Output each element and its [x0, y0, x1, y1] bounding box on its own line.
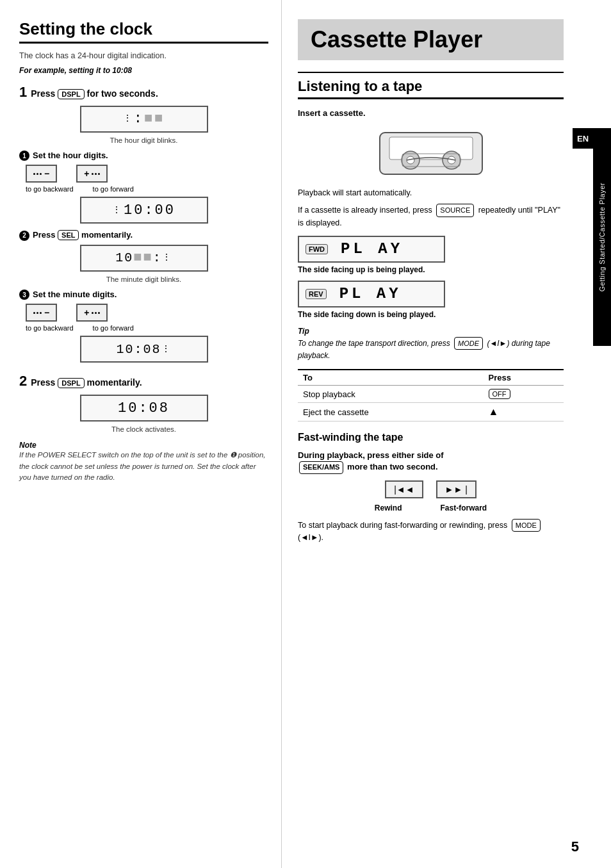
- display-box-3: 10■■:⋮: [80, 245, 208, 272]
- dots-plus: [92, 173, 100, 175]
- insert-label: Insert a cassette.: [298, 108, 564, 118]
- section-divider: [298, 72, 564, 73]
- playback-auto: Playback will start automatically.: [298, 187, 564, 199]
- display-box-4: 10:08⋮: [80, 336, 208, 363]
- rewind-button[interactable]: |◄◄: [385, 480, 423, 498]
- note-title: Note: [19, 441, 268, 450]
- fw-instr1: During playback, press either side of: [298, 450, 444, 460]
- section-title-clock: Setting the clock: [19, 19, 268, 44]
- en-label: EN: [577, 134, 589, 143]
- rewind-icon: |◄◄: [394, 484, 414, 495]
- step1-header: 1 Press DSPL for two seconds.: [19, 84, 268, 101]
- display-2-text: ⋮10:00: [112, 202, 175, 218]
- sub-step-3-header: 3 Set the minute digits.: [19, 290, 268, 300]
- display-3-text: 10■■:⋮: [115, 250, 172, 266]
- plus-sign: +: [84, 168, 89, 179]
- section-title-tape: Listening to a tape: [298, 78, 564, 99]
- sub3-label: Set the minute digits.: [33, 290, 117, 299]
- source-instruction: If a cassette is already inserted, press…: [298, 204, 564, 229]
- sub2-label: Press SEL momentarily.: [33, 230, 133, 240]
- minus-button-3[interactable]: −: [26, 304, 57, 322]
- tip-title: Tip: [298, 327, 309, 336]
- step2-number: 2: [19, 373, 27, 389]
- table-btn-pill[interactable]: OFF: [489, 389, 510, 399]
- table-button: ▲: [484, 403, 564, 422]
- sub2-label2: momentarily.: [81, 230, 133, 240]
- display-5-text: 10:08: [118, 400, 170, 416]
- tip-text: To change the tape transport direction, …: [298, 339, 450, 348]
- dspl-button-step1[interactable]: DSPL: [58, 89, 84, 99]
- rev-badge: REV: [306, 289, 327, 299]
- fastforward-button[interactable]: ►► |: [436, 480, 477, 498]
- step1-label2: for two seconds.: [87, 88, 158, 99]
- backward-label: to go backward: [26, 185, 74, 193]
- fast-wind-title: Fast-winding the tape: [298, 432, 564, 443]
- button-labels-3: to go backward to go forward: [26, 324, 268, 332]
- clock-example: For example, setting it to 10:08: [19, 66, 268, 75]
- restart-text1: To start playback during fast-forwarding…: [298, 521, 507, 530]
- step2-label2: momentarily.: [87, 377, 142, 388]
- play-text-rev: PL AY: [339, 285, 402, 302]
- sel-button[interactable]: SEL: [58, 230, 79, 240]
- cassette-player-header: Cassette Player: [298, 19, 564, 60]
- step1-number: 1: [19, 84, 27, 101]
- dots-minus: [33, 173, 42, 175]
- seek-ams-button[interactable]: SEEK/AMS: [299, 461, 343, 473]
- sub-step-2: 2 Press SEL momentarily. 10■■:⋮ The minu…: [19, 230, 268, 283]
- wind-labels: Rewind Fast-forward: [298, 504, 564, 512]
- play-display-fwd: FWD PL AY: [298, 236, 445, 263]
- side-tab-text: Getting Started/Cassette Player: [598, 183, 606, 291]
- note-section: Note If the POWER SELECT switch on the t…: [19, 441, 268, 483]
- fw-instr2: more than two second.: [347, 462, 438, 471]
- clock-subtitle: The clock has a 24-hour digital indicati…: [19, 50, 268, 62]
- cassette-svg: [367, 123, 495, 181]
- table-col2: Press: [484, 370, 564, 386]
- minus-sign: −: [44, 168, 49, 179]
- display-box-5: 10:08: [80, 395, 208, 422]
- table-header: To Press: [298, 370, 564, 386]
- table-col1: To: [298, 370, 484, 386]
- table-action: Eject the cassette: [298, 403, 484, 422]
- button-row-1: − +: [26, 165, 268, 183]
- display-4-text: 10:08⋮: [116, 342, 171, 357]
- ff-label: Fast-forward: [440, 504, 487, 512]
- minus-sign-3: −: [44, 307, 49, 318]
- forward-label-3: to go forward: [93, 324, 134, 332]
- mode-button-tip[interactable]: MODE: [454, 337, 483, 350]
- wind-buttons-row: |◄◄ ►► |: [298, 480, 564, 498]
- mode-button-fast[interactable]: MODE: [512, 519, 541, 532]
- step1-label: Press DSPL for two seconds.: [31, 88, 158, 99]
- plus-button-1[interactable]: +: [76, 165, 108, 183]
- dspl-button-step2[interactable]: DSPL: [58, 378, 84, 388]
- sub-step-2-header: 2 Press SEL momentarily.: [19, 230, 268, 241]
- page-number: 5: [571, 839, 579, 855]
- forward-label: to go forward: [93, 185, 134, 193]
- source-button[interactable]: SOURCE: [436, 204, 474, 217]
- side-up-label: The side facing up is being played.: [298, 265, 564, 274]
- plus-button-3[interactable]: +: [76, 304, 108, 322]
- note-text: If the POWER SELECT switch on the top of…: [19, 450, 268, 483]
- play-text-fwd: PL AY: [341, 240, 403, 258]
- table-row: Stop playbackOFF: [298, 386, 564, 403]
- circle-2: 2: [19, 231, 29, 241]
- source-text-1: If a cassette is already inserted, press: [298, 206, 432, 215]
- dots-plus-3: [92, 312, 100, 314]
- sub1-label: Set the hour digits.: [33, 151, 108, 160]
- table-body: Stop playbackOFFEject the cassette▲: [298, 386, 564, 422]
- en-badge: EN: [573, 128, 593, 149]
- fastforward-icon: ►► |: [445, 484, 468, 495]
- tip-section: Tip To change the tape transport directi…: [298, 325, 564, 362]
- play-display-rev: REV PL AY: [298, 281, 445, 307]
- minus-button-1[interactable]: −: [26, 165, 57, 183]
- side-tab: Getting Started/Cassette Player: [593, 128, 611, 346]
- restart-text: To start playback during fast-forwarding…: [298, 519, 564, 544]
- table-row: Eject the cassette▲: [298, 403, 564, 422]
- sub-step-1: 1 Set the hour digits. − + to: [19, 151, 268, 224]
- button-row-3: − +: [26, 304, 268, 322]
- cassette-player-title: Cassette Player: [311, 27, 551, 53]
- display-box-2: ⋮10:00: [80, 197, 208, 224]
- restart-text2: (◄I►).: [298, 533, 323, 542]
- display-1-caption: The hour digit blinks.: [19, 136, 268, 144]
- side-down-label: The side facing down is being played.: [298, 310, 564, 319]
- step2-label: Press DSPL momentarily.: [31, 377, 142, 388]
